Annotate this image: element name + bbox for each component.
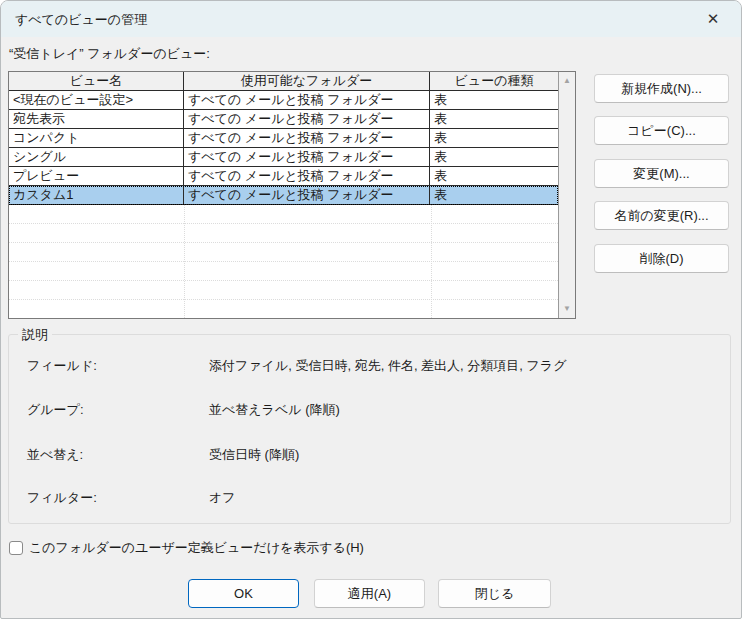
manage-all-views-dialog: すべてのビューの管理 ✕ “受信トレイ” フォルダーのビュー: ビュー名 使用可… — [0, 0, 742, 619]
empty-row — [9, 224, 558, 243]
filter-label: フィルター: — [27, 489, 97, 507]
show-user-defined-views-checkbox[interactable]: このフォルダーのユーザー定義ビューだけを表示する(H) — [9, 539, 364, 557]
view-name-cell: 宛先表示 — [9, 110, 184, 128]
empty-row — [9, 281, 558, 300]
view-row-custom1-selected[interactable]: カスタム1 すべての メールと投稿 フォルダー 表 — [9, 186, 558, 205]
apply-button[interactable]: 適用(A) — [314, 579, 425, 608]
fields-label: フィールド: — [27, 357, 97, 375]
view-name-cell: コンパクト — [9, 129, 184, 147]
ok-button[interactable]: OK — [188, 579, 299, 608]
sort-value: 受信日時 (降順) — [209, 446, 299, 464]
close-icon: ✕ — [707, 10, 720, 28]
view-folders-cell: すべての メールと投稿 フォルダー — [184, 167, 430, 185]
view-name-cell: シングル — [9, 148, 184, 166]
rename-view-button[interactable]: 名前の変更(R)... — [594, 201, 729, 230]
ghost-column-divider — [184, 205, 185, 318]
copy-view-button[interactable]: コピー(C)... — [594, 116, 729, 145]
checkbox-icon — [9, 541, 23, 555]
filter-value: オフ — [209, 489, 236, 507]
column-header-folders[interactable]: 使用可能なフォルダー — [184, 72, 430, 90]
view-row-current-settings[interactable]: <現在のビュー設定> すべての メールと投稿 フォルダー 表 — [9, 91, 558, 110]
sort-label: 並べ替え: — [27, 446, 83, 464]
views-table-header: ビュー名 使用可能なフォルダー ビューの種類 — [9, 72, 558, 91]
view-type-cell: 表 — [430, 186, 558, 204]
view-folders-cell: すべての メールと投稿 フォルダー — [184, 129, 430, 147]
empty-row — [9, 205, 558, 224]
view-folders-cell: すべての メールと投稿 フォルダー — [184, 186, 430, 204]
view-name-cell: <現在のビュー設定> — [9, 91, 184, 109]
fields-value: 添付ファイル, 受信日時, 宛先, 件名, 差出人, 分類項目, フラグ — [209, 357, 566, 375]
checkbox-label: このフォルダーのユーザー定義ビューだけを表示する(H) — [29, 539, 364, 557]
group-by-value: 並べ替えラベル (降順) — [209, 401, 340, 419]
modify-view-button[interactable]: 変更(M)... — [594, 159, 729, 188]
ghost-column-divider — [431, 205, 432, 318]
close-button[interactable]: ✕ — [691, 3, 735, 34]
empty-row — [9, 243, 558, 262]
view-row-single[interactable]: シングル すべての メールと投稿 フォルダー 表 — [9, 148, 558, 167]
view-row-to-display[interactable]: 宛先表示 すべての メールと投稿 フォルダー 表 — [9, 110, 558, 129]
group-by-label: グループ: — [27, 401, 84, 419]
view-type-cell: 表 — [430, 91, 558, 109]
close-dialog-button[interactable]: 閉じる — [438, 579, 551, 608]
view-type-cell: 表 — [430, 129, 558, 147]
views-listbox: ビュー名 使用可能なフォルダー ビューの種類 <現在のビュー設定> すべての メ… — [8, 71, 576, 319]
column-header-view-name[interactable]: ビュー名 — [9, 72, 184, 90]
description-groupbox: 説明 フィールド: 添付ファイル, 受信日時, 宛先, 件名, 差出人, 分類項… — [8, 334, 731, 524]
view-row-preview[interactable]: プレビュー すべての メールと投稿 フォルダー 表 — [9, 167, 558, 186]
empty-row — [9, 262, 558, 281]
view-folders-cell: すべての メールと投稿 フォルダー — [184, 148, 430, 166]
scroll-down-icon[interactable]: ▼ — [563, 300, 571, 318]
listbox-scrollbar[interactable]: ▲ ▼ — [558, 72, 575, 318]
column-header-view-type[interactable]: ビューの種類 — [430, 72, 558, 90]
folder-views-caption: “受信トレイ” フォルダーのビュー: — [9, 45, 210, 63]
view-type-cell: 表 — [430, 148, 558, 166]
dialog-title: すべてのビューの管理 — [15, 11, 147, 29]
titlebar: すべてのビューの管理 ✕ — [1, 1, 741, 37]
view-row-compact[interactable]: コンパクト すべての メールと投稿 フォルダー 表 — [9, 129, 558, 148]
views-table: ビュー名 使用可能なフォルダー ビューの種類 <現在のビュー設定> すべての メ… — [9, 72, 558, 318]
scroll-up-icon[interactable]: ▲ — [563, 72, 571, 90]
delete-view-button[interactable]: 削除(D) — [594, 244, 729, 273]
description-group-label: 説明 — [18, 326, 52, 344]
view-name-cell: プレビュー — [9, 167, 184, 185]
view-folders-cell: すべての メールと投稿 フォルダー — [184, 91, 430, 109]
new-view-button[interactable]: 新規作成(N)... — [594, 74, 729, 103]
view-folders-cell: すべての メールと投稿 フォルダー — [184, 110, 430, 128]
view-type-cell: 表 — [430, 167, 558, 185]
view-name-cell: カスタム1 — [9, 186, 184, 204]
view-type-cell: 表 — [430, 110, 558, 128]
